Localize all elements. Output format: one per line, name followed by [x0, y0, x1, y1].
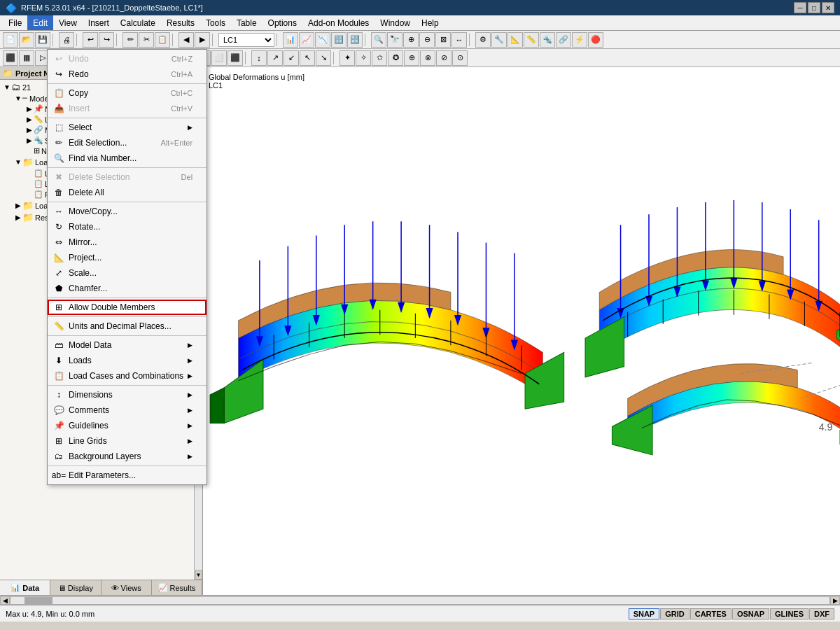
- toggle-1[interactable]: ▼: [14, 94, 22, 102]
- hscroll-right[interactable]: ▶: [830, 596, 840, 605]
- menu-guidelines[interactable]: 📌 Guidelines: [48, 418, 206, 433]
- tb2-17[interactable]: ↙: [284, 50, 299, 66]
- tb-extra8[interactable]: 🔴: [588, 32, 603, 48]
- tb2-15[interactable]: ↕: [251, 50, 267, 66]
- minimize-button[interactable]: ─: [794, 2, 806, 13]
- tb2-23[interactable]: ✪: [388, 50, 403, 66]
- hscroll-left[interactable]: ◀: [0, 596, 10, 605]
- tb-results2[interactable]: 📈: [299, 32, 314, 48]
- tb-view5[interactable]: ⊠: [435, 32, 451, 48]
- menu-chamfer[interactable]: ⬟ Chamfer...: [48, 281, 206, 296]
- close-button[interactable]: ✕: [822, 2, 834, 13]
- menu-edit[interactable]: Edit: [27, 15, 53, 30]
- menu-tools[interactable]: Tools: [200, 15, 231, 30]
- menu-help[interactable]: Help: [416, 15, 444, 30]
- status-cartes[interactable]: CARTES: [690, 608, 732, 620]
- menu-scale[interactable]: ⤢ Scale...: [48, 265, 206, 281]
- menu-undo[interactable]: ↩ Undo Ctrl+Z: [48, 51, 206, 66]
- status-dxf[interactable]: DXF: [809, 608, 834, 620]
- tab-results[interactable]: 📈 Results: [152, 580, 202, 595]
- menu-addon[interactable]: Add-on Modules: [302, 15, 374, 30]
- menu-calculate[interactable]: Calculate: [115, 15, 161, 30]
- tb-view2[interactable]: 🔭: [387, 32, 402, 48]
- tb-print[interactable]: 🖨: [59, 32, 74, 48]
- tab-data[interactable]: 📊 Data: [0, 580, 50, 595]
- status-grid[interactable]: GRID: [660, 608, 690, 620]
- menu-delete-sel[interactable]: ✖ Delete Selection Del: [48, 169, 206, 185]
- tb-open[interactable]: 📂: [19, 32, 34, 48]
- tb2-22[interactable]: ✩: [372, 50, 387, 66]
- tb-new[interactable]: 📄: [3, 32, 18, 48]
- menu-dimensions[interactable]: ↕ Dimensions: [48, 387, 206, 402]
- tb2-21[interactable]: ✧: [356, 50, 371, 66]
- tb-btn3[interactable]: 📋: [155, 32, 170, 48]
- menu-find[interactable]: 🔍 Find via Number...: [48, 150, 206, 166]
- tb2-27[interactable]: ⊙: [452, 50, 468, 66]
- title-bar-controls[interactable]: ─ □ ✕: [794, 2, 834, 13]
- tb-nav-back[interactable]: ◀: [178, 32, 194, 48]
- menu-lcc[interactable]: 📋 Load Cases and Combinations: [48, 368, 206, 384]
- tab-views[interactable]: 👁 Views: [102, 580, 152, 595]
- menu-copy[interactable]: 📋 Copy Ctrl+C: [48, 85, 206, 101]
- status-osnap[interactable]: OSNAP: [732, 608, 769, 620]
- toggle-nodes[interactable]: ▶: [25, 105, 34, 113]
- tb-view3[interactable]: ⊕: [403, 32, 419, 48]
- lc-dropdown[interactable]: LC1: [218, 33, 274, 47]
- status-glines[interactable]: GLINES: [770, 608, 808, 620]
- tb-extra1[interactable]: ⚙: [475, 32, 491, 48]
- tb-undo[interactable]: ↩: [83, 32, 98, 48]
- tb2-24[interactable]: ⊕: [404, 50, 419, 66]
- menu-comments[interactable]: 💬 Comments: [48, 402, 206, 418]
- menu-mirror[interactable]: ⇔ Mirror...: [48, 234, 206, 250]
- tb2-16[interactable]: ↗: [267, 50, 283, 66]
- tb-results1[interactable]: 📊: [283, 32, 298, 48]
- menu-window[interactable]: Window: [374, 15, 416, 30]
- tb-extra7[interactable]: ⚡: [572, 32, 587, 48]
- menu-allow-double[interactable]: ⊞ Allow Double Members: [48, 300, 206, 315]
- tb2-26[interactable]: ⊘: [436, 50, 451, 66]
- tb2-14[interactable]: ⬛: [227, 50, 243, 66]
- tb-extra4[interactable]: 📏: [524, 32, 539, 48]
- status-snap[interactable]: SNAP: [629, 608, 660, 620]
- tab-display[interactable]: 🖥 Display: [50, 580, 101, 595]
- tb2-25[interactable]: ⊗: [420, 50, 435, 66]
- menu-project[interactable]: 📐 Project...: [48, 250, 206, 265]
- menu-insert[interactable]: Insert: [83, 15, 115, 30]
- tb-results5[interactable]: 🔣: [347, 32, 363, 48]
- maximize-button[interactable]: □: [808, 2, 820, 13]
- tb2-18[interactable]: ↖: [300, 50, 315, 66]
- tb-view1[interactable]: 🔍: [371, 32, 386, 48]
- tb-view6[interactable]: ↔: [451, 32, 467, 48]
- menu-redo[interactable]: ↪ Redo Ctrl+A: [48, 66, 206, 82]
- tb-btn2[interactable]: ✂: [139, 32, 154, 48]
- tb2-19[interactable]: ↘: [316, 50, 331, 66]
- tb2-2[interactable]: ▦: [19, 50, 34, 66]
- tb-extra2[interactable]: 🔧: [491, 32, 507, 48]
- menu-rotate[interactable]: ↻ Rotate...: [48, 219, 206, 234]
- tree-toggle-root[interactable]: ▼: [3, 83, 11, 91]
- menu-delete-all[interactable]: 🗑 Delete All: [48, 185, 206, 200]
- hscroll-thumb[interactable]: [24, 597, 52, 604]
- tb2-1[interactable]: ⬛: [3, 50, 18, 66]
- tb-save[interactable]: 💾: [35, 32, 50, 48]
- tb-extra5[interactable]: 🔩: [540, 32, 555, 48]
- menu-insert[interactable]: 📥 Insert Ctrl+V: [48, 101, 206, 116]
- menu-model-data[interactable]: 🗃 Model Data: [48, 337, 206, 353]
- vscroll-down[interactable]: ▼: [195, 570, 202, 580]
- tb-results3[interactable]: 📉: [315, 32, 330, 48]
- menu-line-grids[interactable]: ⊞ Line Grids: [48, 433, 206, 449]
- menu-options[interactable]: Options: [262, 15, 302, 30]
- tb-nav-fwd[interactable]: ▶: [195, 32, 210, 48]
- menu-units[interactable]: 📏 Units and Decimal Places...: [48, 318, 206, 334]
- menu-view[interactable]: View: [53, 15, 83, 30]
- tb-btn1[interactable]: ✏: [122, 32, 138, 48]
- tb-results4[interactable]: 🔢: [331, 32, 346, 48]
- tb2-13[interactable]: ⬜: [211, 50, 227, 66]
- menu-edit-sel[interactable]: ✏ Edit Selection... Alt+Enter: [48, 135, 206, 150]
- menu-loads[interactable]: ⬇ Loads: [48, 353, 206, 368]
- menu-file[interactable]: File: [3, 15, 27, 30]
- menu-select[interactable]: ⬚ Select: [48, 120, 206, 135]
- menu-table[interactable]: Table: [231, 15, 262, 30]
- menu-edit-params[interactable]: ab= Edit Parameters...: [48, 468, 206, 483]
- tb-redo[interactable]: ↪: [99, 32, 114, 48]
